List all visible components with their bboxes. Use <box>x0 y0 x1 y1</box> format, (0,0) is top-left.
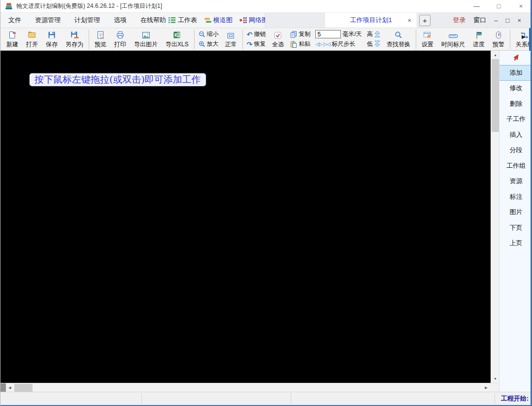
horizontal-scrollbar[interactable]: ◀ ▶ <box>0 383 499 392</box>
find-replace-button[interactable]: 查找替换 <box>383 29 414 50</box>
redo-icon: ↷ <box>247 41 253 48</box>
pointer-tool-button[interactable] <box>499 51 532 65</box>
minimize-button[interactable]: — <box>466 0 488 12</box>
tab-close-icon[interactable]: × <box>407 17 411 24</box>
menu-file[interactable]: 文件 <box>1 13 28 28</box>
close-button[interactable]: × <box>510 0 532 12</box>
worksheet-list-icon <box>168 17 176 24</box>
sidebar-item-add[interactable]: 添加 <box>499 65 532 81</box>
vertical-scrollbar-thumb[interactable] <box>492 59 499 132</box>
sidebar-item-modify[interactable]: 修改 <box>499 81 532 96</box>
row-height-low-button[interactable]: 低 <box>367 39 380 49</box>
sidebar-item-prev-page[interactable]: 上页 <box>499 236 532 251</box>
normal-window-icon <box>227 30 235 39</box>
status-divider <box>495 393 495 404</box>
view-gantt-button[interactable]: 横道图 <box>201 13 235 28</box>
network-graph-icon <box>239 17 247 24</box>
zoom-in-icon <box>199 41 205 48</box>
sidebar-item-segment[interactable]: 分段 <box>499 143 532 158</box>
new-tab-button[interactable]: + <box>419 15 431 26</box>
export-xls-button[interactable]: 导出XLS <box>162 29 193 50</box>
toolbar-separator <box>416 30 416 49</box>
settings-button[interactable]: 设置 <box>418 29 437 50</box>
select-all-button[interactable]: 全选 <box>268 29 288 50</box>
save-button[interactable]: 保存 <box>42 29 62 50</box>
save-floppy-icon <box>47 30 56 39</box>
horizontal-scrollbar-thumb[interactable] <box>14 384 33 392</box>
double-down-triangle-icon <box>374 40 380 48</box>
app-logo-icon <box>5 2 13 10</box>
toolbar-separator <box>242 30 243 49</box>
menu-divider <box>163 15 164 26</box>
child-close-button[interactable]: × <box>517 17 521 24</box>
print-button[interactable]: 打印 <box>110 29 130 50</box>
print-icon <box>116 30 125 39</box>
sidebar-item-delete[interactable]: 删除 <box>499 96 532 112</box>
canvas-hint-tooltip: 按下鼠标左键拖拉(或双击)即可添加工作 <box>29 72 207 87</box>
view-worksheet-label: 工作表 <box>178 16 197 25</box>
menu-resource[interactable]: 资源管理 <box>28 13 67 28</box>
scroll-down-icon[interactable]: ▼ <box>491 375 499 383</box>
normal-zoom-button[interactable]: 正常 <box>221 29 241 50</box>
time-ruler-icon <box>448 30 458 39</box>
export-xls-icon <box>172 30 181 39</box>
sidebar-item-image[interactable]: 图片 <box>499 205 532 220</box>
sidebar-item-resource[interactable]: 资源 <box>499 174 532 189</box>
sidebar-item-workgroup[interactable]: 工作组 <box>499 158 532 174</box>
tab-work-project-plan[interactable]: 工作项目计划1 × <box>325 13 417 28</box>
undo-button[interactable]: ↶ 撤销 <box>247 30 266 39</box>
scroll-up-icon[interactable]: ▲ <box>491 51 499 59</box>
paste-button[interactable]: 粘贴 <box>290 39 310 49</box>
open-folder-icon <box>28 30 36 39</box>
scroll-right-icon[interactable]: ▶ <box>482 383 490 392</box>
view-worksheet-button[interactable]: 工作表 <box>166 13 200 28</box>
open-button[interactable]: 打开 <box>22 29 42 50</box>
gantt-bars-icon <box>204 17 211 24</box>
double-up-triangle-icon <box>374 31 380 38</box>
toolbar-overflow-icon[interactable]: ▶ <box>522 34 526 39</box>
alert-bell-icon <box>495 30 502 39</box>
login-link[interactable]: 登录 <box>453 16 466 25</box>
ruler-step-unit-label: 毫米/天 <box>342 30 362 38</box>
new-button[interactable]: 新建 <box>2 29 22 50</box>
settings-gear-icon <box>423 30 432 39</box>
ruler-step-input[interactable] <box>315 30 341 38</box>
save-as-floppy-icon <box>70 30 79 39</box>
sidebar-item-annotation[interactable]: 标注 <box>499 189 532 205</box>
status-bar: 工程开始: <box>0 392 532 405</box>
find-replace-magnifier-icon <box>394 30 402 39</box>
time-ruler-button[interactable]: 时间标尺 <box>437 29 469 50</box>
step-expand-icon[interactable]: ◁▷ <box>315 41 322 47</box>
menu-plan[interactable]: 计划管理 <box>67 13 107 28</box>
sidebar-item-next-page[interactable]: 下页 <box>499 220 532 236</box>
menu-options[interactable]: 选项 <box>107 13 133 28</box>
app-window: 翰文进度计划编制(免费版) 24.6.26.12 - [工作项目计划1] — □… <box>0 0 532 406</box>
zoom-out-button[interactable]: 缩小 <box>199 30 219 39</box>
preview-button[interactable]: 预览 <box>91 29 110 50</box>
step-shrink-icon[interactable]: ▷◁ <box>324 41 330 47</box>
row-height-high-button[interactable]: 高 <box>367 30 380 39</box>
alert-button[interactable]: 预警 <box>489 29 508 50</box>
copy-button[interactable]: 复制 <box>290 30 310 39</box>
export-image-button[interactable]: 导出图片 <box>130 29 162 50</box>
select-all-checkbox-icon <box>274 30 282 39</box>
view-gantt-label: 横道图 <box>213 16 233 25</box>
child-maximize-button[interactable]: □ <box>506 17 510 24</box>
progress-button[interactable]: 进度 <box>469 29 489 50</box>
maximize-button[interactable]: □ <box>488 0 510 12</box>
status-divider <box>291 393 291 404</box>
child-minimize-button[interactable]: – <box>494 17 498 24</box>
sidebar-item-subwork[interactable]: 子工作 <box>499 112 532 127</box>
scroll-left-icon[interactable]: ◀ <box>6 383 14 392</box>
window-menu[interactable]: 窗口 <box>473 16 486 25</box>
undo-icon: ↶ <box>247 31 253 38</box>
vertical-scrollbar[interactable]: ▲ ▼ <box>491 51 499 383</box>
tab-strip: 工作项目计划1 × + 登录 窗口 – □ × <box>265 13 532 28</box>
redo-button[interactable]: ↷ 恢复 <box>247 39 266 49</box>
sidebar-item-insert[interactable]: 插入 <box>499 127 532 143</box>
pane-splitter-handle[interactable] <box>0 383 6 392</box>
gantt-canvas[interactable]: 按下鼠标左键拖拉(或双击)即可添加工作 <box>0 51 491 383</box>
title-bar: 翰文进度计划编制(免费版) 24.6.26.12 - [工作项目计划1] — □… <box>0 0 532 13</box>
zoom-in-button[interactable]: 放大 <box>199 39 219 49</box>
save-as-button[interactable]: 另存为 <box>62 29 87 50</box>
